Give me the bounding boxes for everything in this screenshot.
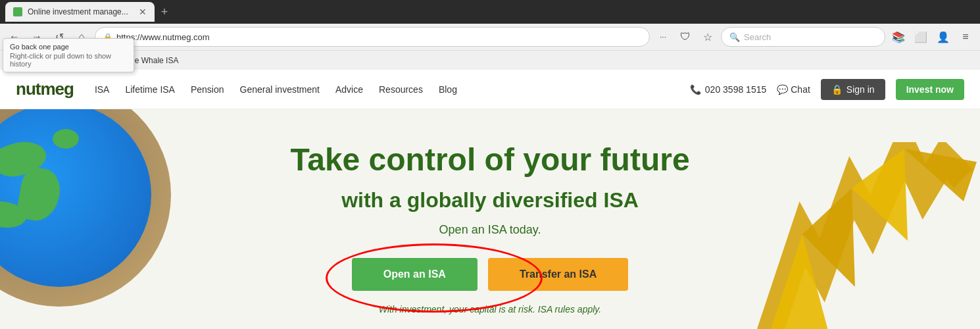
header-right: 📞 020 3598 1515 💬 Chat 🔒 Sign in Invest … <box>690 79 964 100</box>
tooltip-line1: Go back one page <box>10 43 127 51</box>
library-button[interactable]: 📚 <box>889 28 908 46</box>
bookmarks-bar: How to Train Your Do... Blue Whale ISA <box>0 50 980 70</box>
website: nutmeg ISA Lifetime ISA Pension General … <box>0 70 980 329</box>
open-isa-wrapper: Open an ISA <box>352 258 478 291</box>
main-menu-button[interactable]: ≡ <box>956 28 975 46</box>
globe-inner <box>0 109 151 287</box>
more-tools-button[interactable]: ··· <box>654 28 672 46</box>
site-logo: nutmeg <box>16 79 74 99</box>
invest-now-label: Invest now <box>906 84 954 95</box>
phone-number: 📞 020 3598 1515 <box>690 84 766 95</box>
nav-lifetime-isa[interactable]: Lifetime ISA <box>125 84 174 95</box>
nav-advice[interactable]: Advice <box>335 84 363 95</box>
search-icon: 🔍 <box>729 32 740 42</box>
hero-section: Take control of your future with a globa… <box>0 109 980 329</box>
nav-resources[interactable]: Resources <box>379 84 423 95</box>
back-button-tooltip: Go back one page Right-click or pull dow… <box>3 38 134 72</box>
navigation-bar: ← → ↺ ⌂ 🔒 https://www.nutmeg.com ··· 🛡 ☆… <box>0 24 980 50</box>
globe-decoration <box>0 109 171 307</box>
nav-isa[interactable]: ISA <box>95 84 110 95</box>
chat-icon: 💬 <box>777 84 788 95</box>
open-isa-button[interactable]: Open an ISA <box>352 258 478 291</box>
arrows-decoration <box>730 142 980 329</box>
tab-close-button[interactable]: ✕ <box>139 7 147 17</box>
phone-text: 020 3598 1515 <box>705 84 766 95</box>
phone-icon: 📞 <box>690 84 701 95</box>
synced-tabs-button[interactable]: ⬜ <box>912 28 930 46</box>
hero-title: Take control of your future <box>290 141 689 178</box>
address-bar[interactable]: 🔒 https://www.nutmeg.com <box>95 27 650 47</box>
nav-pension[interactable]: Pension <box>191 84 224 95</box>
lock-icon: 🔒 <box>831 84 843 95</box>
invest-now-button[interactable]: Invest now <box>896 79 964 100</box>
new-tab-button[interactable]: + <box>157 5 172 19</box>
reader-mode-button[interactable]: 🛡 <box>676 28 695 46</box>
search-placeholder: Search <box>744 32 771 42</box>
tab-title: Online investment manage... <box>28 7 128 16</box>
tab-bar: Online investment manage... ✕ + <box>0 0 980 24</box>
hero-cta-text: Open an ISA today. <box>290 223 689 237</box>
main-nav: ISA Lifetime ISA Pension General investm… <box>95 84 690 95</box>
hero-buttons: Open an ISA Transfer an ISA <box>290 258 689 291</box>
account-button[interactable]: 👤 <box>934 28 952 46</box>
bookmark-button[interactable]: ☆ <box>698 28 717 46</box>
tab-favicon <box>13 7 22 16</box>
nav-blog[interactable]: Blog <box>439 84 457 95</box>
search-bar[interactable]: 🔍 Search <box>721 27 885 47</box>
sign-in-button[interactable]: 🔒 Sign in <box>821 79 885 100</box>
chat-button[interactable]: 💬 Chat <box>777 84 810 95</box>
active-tab[interactable]: Online investment manage... ✕ <box>5 2 155 22</box>
sign-in-label: Sign in <box>846 84 875 95</box>
hero-content: Take control of your future with a globa… <box>290 115 689 330</box>
browser-chrome: Online investment manage... ✕ + ← → ↺ ⌂ … <box>0 0 980 70</box>
open-isa-label: Open an ISA <box>383 268 446 280</box>
nav-general-investment[interactable]: General investment <box>240 84 320 95</box>
chat-label: Chat <box>791 84 810 95</box>
hero-disclaimer: With investment, your capital is at risk… <box>290 304 689 315</box>
hero-subtitle: with a globally diversified ISA <box>290 188 689 213</box>
transfer-isa-button[interactable]: Transfer an ISA <box>488 258 628 291</box>
transfer-isa-label: Transfer an ISA <box>520 268 597 280</box>
tooltip-line2: Right-click or pull down to show history <box>10 52 127 68</box>
logo-text: nutmeg <box>16 79 74 99</box>
site-header: nutmeg ISA Lifetime ISA Pension General … <box>0 70 980 109</box>
